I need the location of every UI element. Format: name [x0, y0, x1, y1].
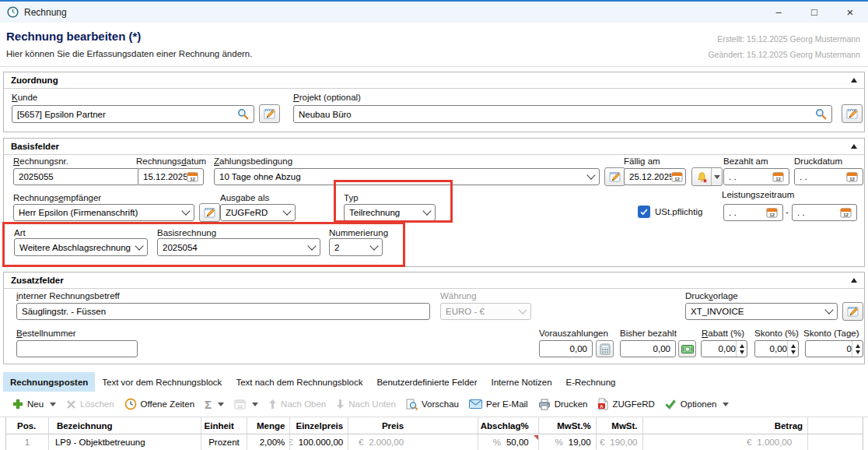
rechnungsdatum-input[interactable]: 15.12.2025 12 — [138, 168, 204, 185]
minimize-button[interactable]: – — [761, 2, 796, 23]
col-header-menge[interactable]: Menge — [247, 417, 290, 434]
ust-pflichtig-checkbox[interactable] — [638, 206, 650, 218]
tab-interne-notizen[interactable]: Interne Notizen — [485, 372, 559, 392]
col-header-preis[interactable]: Preis — [348, 417, 408, 434]
art-select[interactable]: Weitere Abschlagsrechnung — [14, 238, 148, 256]
delete-button[interactable]: Löschen — [66, 399, 114, 410]
calendar-icon[interactable]: 12 — [671, 171, 683, 182]
skonto-prozent-stepper[interactable]: 0,00 — [754, 340, 799, 357]
open-times-button[interactable]: Offene Zeiten — [124, 398, 194, 410]
druckdatum-input[interactable]: . . 12 — [794, 168, 863, 185]
kunde-input[interactable]: [5657] Epsilon Partner — [12, 105, 254, 123]
app-icon — [7, 6, 19, 18]
vorauszahlungen-calculator-button[interactable] — [596, 340, 614, 357]
kunde-edit-button[interactable] — [259, 104, 280, 123]
chevron-down-icon — [422, 206, 431, 215]
stepper-arrows[interactable] — [736, 341, 747, 357]
cell-abschlag[interactable]: % 50,00 — [478, 434, 539, 450]
col-header-einzelpreis[interactable]: Einzelpreis — [290, 417, 348, 434]
tab-e-rechnung[interactable]: E-Rechnung — [559, 372, 623, 392]
cell-betrag[interactable]: € 1.000,00 — [643, 434, 809, 450]
cell-pos[interactable]: 1 — [6, 434, 49, 450]
calendar-icon[interactable]: 12 — [766, 207, 778, 218]
section-basisfelder: Basisfelder Rechnungsnr. 2025055 Rechnun… — [3, 138, 865, 267]
cell-einzelpreis[interactable]: € 100.000,00 — [290, 434, 348, 450]
zahlungsbedingung-select[interactable]: 10 Tage ohne Abzug — [214, 168, 600, 185]
stepper-arrows[interactable] — [852, 341, 863, 357]
rechnungsempfaenger-edit-button[interactable] — [199, 203, 220, 222]
calendar-icon[interactable]: 12 — [772, 171, 784, 182]
typ-select[interactable]: Teilrechnung — [344, 204, 436, 221]
rabatt-stepper[interactable]: 0,00 — [701, 340, 747, 357]
druckvorlage-edit-button[interactable] — [842, 302, 863, 321]
new-button[interactable]: Neu — [12, 399, 56, 410]
betreff-input[interactable]: Säuglingstr. - Füssen — [16, 303, 430, 320]
vorauszahlungen-input[interactable]: 0,00 — [539, 340, 593, 357]
bezahlt-am-input[interactable]: . . 12 — [723, 168, 789, 185]
calendar-icon[interactable]: 12 — [846, 171, 858, 182]
sum-button[interactable]: Σ — [205, 398, 224, 411]
table-row[interactable]: 1 LP9 - Objektbetreuung Prozent 2,00% € … — [6, 434, 863, 450]
col-header-betrag[interactable]: Betrag — [643, 417, 809, 434]
cell-einheit[interactable]: Prozent — [201, 434, 248, 450]
col-header-mwst[interactable]: MwSt. — [597, 417, 643, 434]
zugferd-button[interactable]: A ZUGFeRD — [597, 398, 654, 410]
move-down-button[interactable]: Nach Unten — [336, 399, 396, 410]
nummerierung-select[interactable]: 2 — [329, 238, 383, 256]
cell-bezeichnung[interactable]: LP9 - Objektbetreuung — [49, 434, 201, 450]
svg-text:12: 12 — [674, 177, 680, 181]
calendar-icon[interactable]: 12 — [187, 171, 198, 182]
table-header-row: Pos. Bezeichnung Einheit Menge Einzelpre… — [6, 417, 863, 434]
zahlungsbedingung-edit-button[interactable] — [604, 167, 625, 186]
bisher-bezahlt-input[interactable]: 0,00 — [620, 340, 676, 357]
bestellnummer-input[interactable] — [16, 340, 138, 357]
collapse-icon[interactable] — [851, 144, 857, 149]
tab-text-vor-rechnungsblock[interactable]: Text vor dem Rechnungsblock — [95, 372, 229, 392]
svg-text:12: 12 — [775, 177, 781, 181]
projekt-edit-button[interactable] — [842, 104, 863, 123]
tab-rechnungsposten[interactable]: Rechnungsposten — [3, 372, 95, 392]
date-tool-button[interactable]: 12 — [234, 399, 258, 410]
cell-note-marker — [534, 435, 538, 440]
col-header-mwst-prozent[interactable]: MwSt.% — [539, 417, 597, 434]
bisher-bezahlt-payments-button[interactable] — [678, 340, 696, 357]
druckvorlage-select[interactable]: XT_INVOICE — [685, 303, 838, 320]
col-header-bezeichnung[interactable]: Bezeichnung — [49, 417, 201, 434]
maximize-button[interactable]: □ — [796, 2, 832, 23]
projekt-input[interactable]: Neubau Büro — [293, 105, 832, 123]
skonto-tage-stepper[interactable]: 0 — [805, 340, 863, 357]
ausgabe-als-select[interactable]: ZUGFeRD — [220, 204, 296, 221]
close-button[interactable]: × — [832, 2, 868, 23]
collapse-icon[interactable] — [851, 278, 857, 283]
leistungszeitraum-von-input[interactable]: . . 12 — [723, 204, 783, 221]
cell-mwst-prozent[interactable]: % 19,00 — [539, 434, 597, 450]
faellig-am-input[interactable]: 25.12.2025 12 — [624, 168, 686, 185]
reminder-split-button[interactable] — [691, 167, 723, 186]
reminder-dropdown[interactable] — [711, 168, 722, 185]
rechnungsnr-input[interactable]: 2025055 — [13, 168, 140, 185]
stepper-arrows[interactable] — [787, 341, 798, 357]
invoice-edit-window: Rechnung – □ × Rechnung bearbeiten (*) H… — [0, 0, 868, 450]
preview-button[interactable]: Vorschau — [406, 399, 459, 410]
cell-preis[interactable]: € 2.000,00 — [348, 434, 408, 450]
options-button[interactable]: Optionen — [665, 399, 730, 410]
search-icon[interactable] — [815, 108, 827, 120]
col-header-einheit[interactable]: Einheit — [201, 417, 248, 434]
cell-mwst[interactable]: € 190,00 — [597, 434, 643, 450]
col-header-pos[interactable]: Pos. — [6, 417, 49, 434]
col-header-abschlag[interactable]: Abschlag% — [478, 417, 539, 434]
section-zusatzfelder-title: Zusatzfelder — [11, 276, 64, 285]
print-button[interactable]: Drucken — [538, 399, 588, 410]
calendar-icon: 12 — [234, 399, 246, 410]
move-up-button[interactable]: Nach Oben — [268, 399, 326, 410]
tab-text-nach-rechnungsblock[interactable]: Text nach dem Rechnungsblock — [229, 372, 369, 392]
email-button[interactable]: Per E-Mail — [469, 399, 528, 409]
collapse-icon[interactable] — [851, 78, 857, 83]
cell-menge[interactable]: 2,00% — [247, 434, 290, 450]
rechnungsempfaenger-select[interactable]: Herr Epsilon (Firmenanschrift) — [13, 204, 194, 221]
search-icon[interactable] — [237, 108, 249, 120]
leistungszeitraum-bis-input[interactable]: . . 12 — [792, 204, 857, 221]
tab-benutzerdefinierte-felder[interactable]: Benutzerdefinierte Felder — [369, 372, 484, 392]
basisrechnung-select[interactable]: 2025054 — [157, 238, 320, 256]
calendar-icon[interactable]: 12 — [840, 207, 852, 218]
